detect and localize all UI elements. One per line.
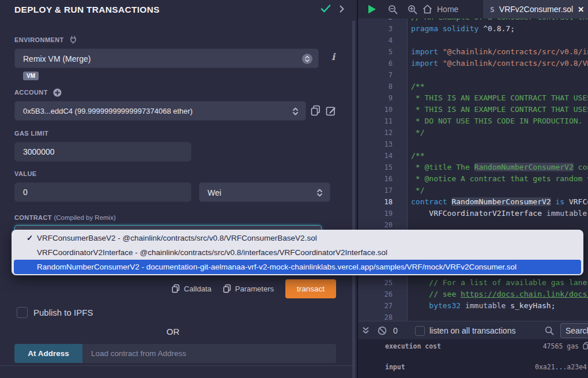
code-line: 10 * THIS IS AN EXAMPLE CONTRACT THAT US… <box>358 104 588 115</box>
line-number: 14 <box>358 150 408 162</box>
zoom-in-icon[interactable] <box>408 0 417 18</box>
edit-account-icon[interactable] <box>326 105 337 116</box>
tab-home[interactable]: Home <box>423 0 458 18</box>
at-address-row: At Address <box>14 344 336 363</box>
home-tab-label: Home <box>437 5 458 14</box>
transact-button[interactable]: transact <box>285 279 336 298</box>
line-number: 5 <box>358 46 408 58</box>
code-line: 6import "@chainlink/contracts/src/v0.8/V… <box>358 58 588 69</box>
line-number: 19 <box>358 208 408 219</box>
run-script-play-icon[interactable] <box>367 0 377 18</box>
line-number: 15 <box>358 162 408 173</box>
publish-ipfs-checkbox[interactable] <box>17 307 28 318</box>
code-line: 12 */ <box>358 127 588 139</box>
plug-icon <box>69 36 77 44</box>
contract-option[interactable]: VRFCoordinatorV2Interface - @chainlink/c… <box>12 245 583 260</box>
line-number: 3 <box>358 23 408 35</box>
listen-all-transactions-checkbox[interactable] <box>415 326 425 336</box>
transaction-count: 0 <box>393 321 398 340</box>
contract-option-label: VRFCoordinatorV2Interface - @chainlink/c… <box>37 248 387 257</box>
account-select[interactable]: 0x5B3...eddC4 (99.99999999999997374068 e… <box>14 101 306 121</box>
code-line: 18contract RandomNumberConsumerV2 is VRF… <box>358 196 588 208</box>
or-divider-label: OR <box>0 327 346 336</box>
copy-parameters-button[interactable]: Parameters <box>223 284 274 293</box>
collapse-panel-chevron-icon[interactable] <box>340 5 345 13</box>
solidity-file-icon: S <box>490 5 495 14</box>
line-number: 18 <box>358 196 408 208</box>
code-line: 17 */ <box>358 185 588 196</box>
line-number: 27 <box>358 300 408 312</box>
account-value: 0x5B3...eddC4 (99.99999999999997374068 e… <box>23 107 193 115</box>
success-check-icon <box>321 4 331 13</box>
contract-option-label: RandomNumberConsumerV2 - documentation-g… <box>37 263 517 271</box>
code-line: 4 <box>358 35 588 46</box>
environment-stepper-icon[interactable] <box>302 54 312 64</box>
account-label: ACCOUNT <box>14 88 62 97</box>
unit-caret-icon <box>316 188 323 197</box>
code-line: 19 VRFCoordinatorV2Interface immutable C… <box>358 208 588 219</box>
line-number: 8 <box>358 81 408 92</box>
code-line: 16 * @notice A contract that gets random… <box>358 173 588 185</box>
value-unit-select[interactable]: Wei <box>199 182 330 202</box>
input-label: input <box>385 363 405 371</box>
copy-icon <box>172 284 180 293</box>
gas-limit-input[interactable] <box>14 142 191 162</box>
line-number: 28 <box>358 312 408 321</box>
editor-region: 2// An example of a consumer contract th… <box>358 0 588 378</box>
code-line: 28 <box>358 312 588 321</box>
clear-console-ban-icon[interactable] <box>378 321 387 340</box>
code-line: 15 * @title The RandomNumberConsumerV2 c… <box>358 162 588 173</box>
contract-option[interactable]: RandomNumberConsumerV2 - documentation-g… <box>14 260 581 274</box>
environment-value: Remix VM (Merge) <box>23 54 91 63</box>
tab-file[interactable]: S VRFv2Consumer.sol ✕ <box>483 0 588 18</box>
panel-scrollbar[interactable] <box>352 21 355 378</box>
panel-title: DEPLOY & RUN TRANSACTIONS <box>14 5 160 15</box>
copy-calldata-button[interactable]: Calldata <box>172 284 212 293</box>
at-address-input[interactable] <box>82 344 336 363</box>
line-number: 6 <box>358 58 408 69</box>
vm-badge: VM <box>23 72 39 80</box>
remix-ide-window: DEPLOY & RUN TRANSACTIONS ENVIRONMENT Re… <box>0 0 588 378</box>
contract-option-label: VRFConsumerBaseV2 - @chainlink/contracts… <box>37 234 317 242</box>
line-number: 25 <box>358 277 408 289</box>
line-number: 16 <box>358 173 408 185</box>
terminal-search-input[interactable] <box>560 323 588 338</box>
terminal-search-icon <box>545 321 554 340</box>
copy-value-icon[interactable] <box>583 342 588 350</box>
environment-select[interactable]: Remix VM (Merge) <box>14 48 319 68</box>
publish-row: Publish to IPFS <box>17 307 93 318</box>
value-unit: Wei <box>208 188 221 197</box>
publish-ipfs-label: Publish to IPFS <box>33 308 93 317</box>
deploy-run-panel: DEPLOY & RUN TRANSACTIONS ENVIRONMENT Re… <box>0 0 358 378</box>
zoom-out-icon[interactable] <box>388 0 398 18</box>
deploy-actions: Calldata Parameters transact <box>0 279 336 298</box>
environment-info-icon[interactable]: i <box>331 51 335 62</box>
code-line: 5import "@chainlink/contracts/src/v0.8/i… <box>358 46 588 58</box>
at-address-button[interactable]: At Address <box>14 344 82 363</box>
copy-account-icon[interactable] <box>311 105 321 116</box>
panel-divider <box>0 365 358 366</box>
copy-icon <box>223 284 231 293</box>
line-number: 26 <box>358 289 408 300</box>
line-number: 4 <box>358 35 408 46</box>
listen-all-transactions-label: listen on all transactions <box>429 321 515 340</box>
value-input[interactable] <box>14 182 191 202</box>
contract-label: CONTRACT (Compiled by Remix) <box>14 214 116 221</box>
line-number: 11 <box>358 115 408 127</box>
close-tab-icon[interactable]: ✕ <box>578 5 584 14</box>
calldata-label: Calldata <box>184 285 212 293</box>
panel-header: DEPLOY & RUN TRANSACTIONS <box>0 0 358 21</box>
value-label: VALUE <box>14 170 36 177</box>
code-line: 20 <box>358 219 588 231</box>
contract-option[interactable]: ✓VRFConsumerBaseV2 - @chainlink/contract… <box>12 231 583 245</box>
add-account-plus-icon[interactable] <box>53 88 62 97</box>
code-line: 13 <box>358 139 588 150</box>
code-line: 25 // For a list of available gas lanes … <box>358 277 588 289</box>
line-number: 7 <box>358 69 408 81</box>
expand-terminal-chevrons-icon[interactable] <box>362 321 370 340</box>
code-line: 26 // see https://docs.chain.link/docs/v… <box>358 289 588 300</box>
line-number: 13 <box>358 139 408 150</box>
account-caret-icon <box>292 107 299 116</box>
terminal-output: execution cost 47565 gas input 0xa21...a… <box>358 339 588 378</box>
input-value: 0xa21...a23e4 <box>535 363 587 371</box>
